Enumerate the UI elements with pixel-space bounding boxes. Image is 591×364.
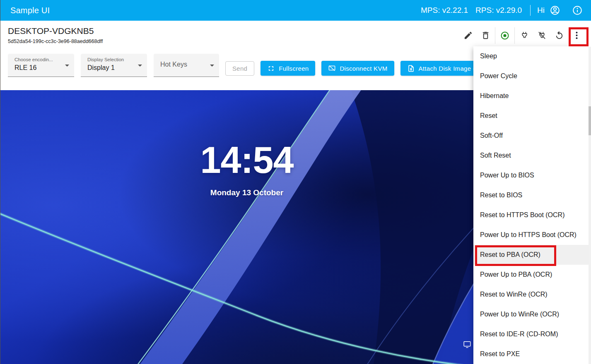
app-title: Sample UI bbox=[10, 6, 50, 15]
menu-item-hibernate[interactable]: Hibernate bbox=[473, 86, 589, 106]
refresh-icon[interactable] bbox=[550, 27, 568, 44]
top-bar: Sample UI MPS: v2.22.1 RPS: v2.29.0 Hi bbox=[0, 0, 591, 21]
menu-item-power-up-to-pba[interactable]: Power Up to PBA (OCR) bbox=[473, 265, 589, 285]
menu-item-power-cycle[interactable]: Power Cycle bbox=[473, 66, 589, 86]
fullscreen-button-label: Fullscreen bbox=[279, 65, 309, 72]
disconnect-kvm-button[interactable]: Disconnect KVM bbox=[321, 61, 394, 76]
power-actions-menu: Sleep Power Cycle Hibernate Reset Soft-O… bbox=[473, 46, 589, 364]
menu-item-soft-off[interactable]: Soft-Off bbox=[473, 126, 589, 146]
chevron-down-icon bbox=[138, 65, 142, 67]
menu-item-soft-reset[interactable]: Soft Reset bbox=[473, 146, 589, 165]
delete-button[interactable] bbox=[477, 27, 494, 44]
menu-item-reset-to-ide-r[interactable]: Reset to IDE-R (CD-ROM) bbox=[473, 324, 589, 344]
monitor-off-icon bbox=[328, 65, 336, 72]
menu-item-reset-to-winre[interactable]: Reset to WinRe (OCR) bbox=[473, 285, 589, 304]
lock-screen-clock-block: 14:54 Monday 13 October bbox=[0, 139, 493, 197]
menu-item-reset-to-pba[interactable]: Reset to PBA (OCR) bbox=[473, 245, 589, 265]
encoding-select-value: RLE 16 bbox=[14, 64, 62, 72]
menu-item-reset-to-https-boot[interactable]: Reset to HTTPS Boot (OCR) bbox=[473, 205, 589, 225]
device-info: DESKTOP-VDGKNB5 5d52da54-199c-cc3c-3e96-… bbox=[8, 21, 103, 52]
top-bar-right: MPS: v2.22.1 RPS: v2.29.0 Hi bbox=[413, 4, 584, 17]
menu-item-power-up-to-https-boot[interactable]: Power Up to HTTPS Boot (OCR) bbox=[473, 225, 589, 245]
rps-version: RPS: v2.29.0 bbox=[475, 6, 522, 15]
clock-time: 14:54 bbox=[0, 139, 493, 182]
clock-date: Monday 13 October bbox=[0, 188, 493, 197]
encoding-select-label: Choose encodin... bbox=[14, 57, 62, 62]
info-icon[interactable] bbox=[571, 4, 584, 17]
scrollbar-thumb[interactable] bbox=[589, 106, 591, 135]
disconnect-icon[interactable] bbox=[533, 27, 550, 44]
upload-file-icon bbox=[407, 65, 415, 72]
greeting-text: Hi bbox=[537, 6, 545, 15]
display-select-label: Display Selection bbox=[87, 57, 135, 62]
chevron-down-icon bbox=[65, 65, 69, 67]
hotkeys-select-label: Hot Keys bbox=[160, 57, 207, 68]
menu-item-power-up-to-bios[interactable]: Power Up to BIOS bbox=[473, 165, 589, 185]
more-options-button[interactable] bbox=[568, 27, 585, 44]
menu-item-power-up-to-winre[interactable]: Power Up to WinRe (OCR) bbox=[473, 304, 589, 324]
menu-item-reset-to-bios[interactable]: Reset to BIOS bbox=[473, 185, 589, 205]
menu-item-reset[interactable]: Reset bbox=[473, 106, 589, 126]
monitor-icon bbox=[463, 341, 471, 350]
menu-item-reset-to-pxe[interactable]: Reset to PXE bbox=[473, 344, 589, 364]
power-status-icon[interactable] bbox=[496, 27, 514, 44]
hotkeys-select[interactable]: Hot Keys bbox=[154, 54, 219, 77]
disconnect-kvm-button-label: Disconnect KVM bbox=[340, 65, 387, 72]
divider bbox=[514, 27, 515, 44]
chevron-down-icon bbox=[210, 65, 214, 67]
scrollbar-track[interactable] bbox=[589, 47, 591, 364]
display-select[interactable]: Display Selection Display 1 bbox=[81, 54, 147, 77]
button-row: Send Fullscreen Disconnect KVM Attach Di… bbox=[225, 61, 492, 76]
app-window: Sample UI MPS: v2.22.1 RPS: v2.29.0 Hi D… bbox=[0, 0, 591, 364]
divider bbox=[530, 5, 531, 16]
connect-icon[interactable] bbox=[516, 27, 533, 44]
display-select-value: Display 1 bbox=[87, 64, 135, 72]
edit-button[interactable] bbox=[459, 27, 477, 44]
account-circle-icon[interactable] bbox=[549, 4, 561, 17]
device-name: DESKTOP-VDGKNB5 bbox=[8, 26, 103, 36]
send-button[interactable]: Send bbox=[225, 61, 254, 76]
device-uuid: 5d52da54-199c-cc3c-3e96-88aedd668dff bbox=[8, 38, 103, 44]
divider bbox=[495, 27, 495, 44]
fullscreen-icon bbox=[267, 65, 275, 72]
menu-item-sleep[interactable]: Sleep bbox=[473, 46, 589, 66]
mps-version: MPS: v2.22.1 bbox=[421, 6, 468, 15]
encoding-select[interactable]: Choose encodin... RLE 16 bbox=[8, 54, 74, 77]
fullscreen-button[interactable]: Fullscreen bbox=[261, 61, 315, 76]
